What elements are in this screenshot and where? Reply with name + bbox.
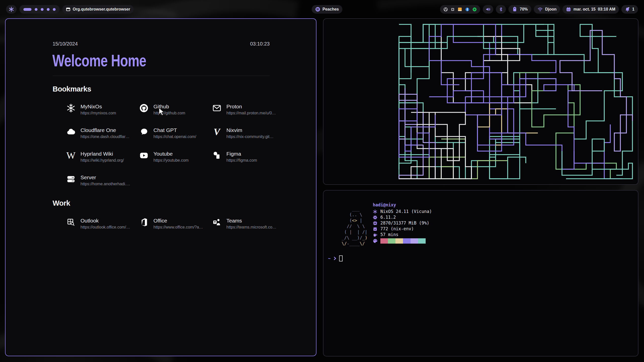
battery-percent: 70% bbox=[520, 7, 528, 12]
notifications-count: 1 bbox=[632, 7, 634, 12]
clock-pill[interactable]: mar. oct. 15 03:10 AM bbox=[562, 5, 619, 14]
network-pill[interactable]: Djoon bbox=[534, 5, 560, 14]
palette-swatch-5 bbox=[411, 238, 418, 244]
letter-w-icon: W bbox=[66, 150, 76, 160]
bookmark-name: Outlook bbox=[80, 218, 130, 224]
desktop: Org.qutebrowser.qutebrowser Peaches bbox=[0, 0, 644, 362]
fetch-info: NixOS 24.11 (Vicuna) 6.11.2 bbox=[373, 209, 432, 238]
prompt-chevron-icon bbox=[333, 257, 336, 260]
pipes-screensaver bbox=[324, 19, 638, 184]
bookmark-youtube[interactable]: Youtube https://youtube.com bbox=[139, 150, 209, 166]
bookmark-name: Office bbox=[153, 218, 203, 224]
prompt-path: ~ bbox=[328, 256, 331, 261]
bluetooth-icon bbox=[499, 7, 503, 12]
window-icon bbox=[66, 7, 70, 12]
bookmark-url: https://mynixos.com bbox=[80, 111, 116, 115]
pipe-segment bbox=[494, 24, 632, 175]
packages-icon bbox=[373, 227, 377, 231]
pipe-segment bbox=[562, 139, 632, 179]
network-ssid: Djoon bbox=[545, 7, 556, 12]
bookmark-outlook[interactable]: Outlook https://outlook.office.com/… bbox=[66, 217, 136, 233]
obs-tray-icon[interactable] bbox=[444, 7, 448, 12]
workspace-4[interactable] bbox=[47, 8, 50, 11]
server-stack-icon bbox=[66, 174, 76, 184]
startpage-time: 03:10:23 bbox=[250, 41, 270, 47]
bookmark-url: https://figma.com bbox=[226, 158, 257, 163]
active-window-title-pill[interactable]: Org.qutebrowser.qutebrowser bbox=[62, 5, 134, 14]
palette-swatch-3 bbox=[395, 238, 403, 244]
bookmark-name: Nixvim bbox=[226, 127, 273, 133]
bookmark-name: Chat GPT bbox=[153, 127, 196, 133]
os-icon bbox=[373, 209, 377, 214]
bluetooth-pill[interactable] bbox=[496, 5, 506, 14]
files-tray-icon[interactable] bbox=[458, 7, 462, 12]
media-player-pill[interactable]: Peaches bbox=[312, 5, 342, 14]
workspace-2[interactable] bbox=[35, 8, 37, 11]
clock-date: mar. oct. 15 bbox=[573, 7, 595, 12]
terminal-window: ___ (.. \ (<> | // \ \ ( | | /|_/\ __)/_… bbox=[323, 190, 638, 356]
palette-icon bbox=[373, 239, 378, 243]
terminal-color-palette bbox=[380, 238, 426, 244]
bookmark-name: MyNixOs bbox=[80, 104, 116, 110]
bookmark-name: Proton bbox=[226, 104, 276, 110]
memory-icon bbox=[373, 221, 377, 225]
pipe-segment bbox=[399, 24, 544, 79]
bookmark-url: https://nix-community.git… bbox=[226, 134, 273, 139]
workspace-1-active[interactable] bbox=[23, 8, 31, 11]
wifi-icon bbox=[537, 7, 543, 12]
fetch-uptime: 57 mins bbox=[380, 232, 398, 238]
bookmark-name: Youtube bbox=[153, 151, 189, 157]
bookmark-proton[interactable]: Proton https://mail.proton.me/u/0… bbox=[212, 103, 282, 119]
mouse-cursor bbox=[158, 108, 166, 116]
nixos-logo-icon bbox=[9, 7, 14, 12]
calendar-icon bbox=[566, 7, 571, 12]
bluetooth-tray-icon[interactable] bbox=[465, 7, 469, 12]
bookmarks-heading: Bookmarks bbox=[53, 85, 91, 93]
bookmark-mynixos[interactable]: MyNixOs https://mynixos.com bbox=[66, 103, 136, 119]
letter-v-icon: V bbox=[212, 127, 222, 137]
bookmark-url: https://wiki.hyprland.org/ bbox=[80, 158, 124, 163]
startpage-title: Welcome Home bbox=[52, 51, 146, 70]
system-tray bbox=[440, 5, 480, 14]
fetch-packages: 772 (nix-env) bbox=[380, 226, 414, 232]
bookmark-teams[interactable]: Teams https://teams.microsoft.co… bbox=[212, 217, 282, 233]
bookmark-office[interactable]: Office https://www.office.com/?a… bbox=[139, 217, 209, 233]
battery-pill[interactable]: 70% bbox=[508, 5, 531, 14]
teams-icon bbox=[212, 217, 222, 227]
bookmark-cloudflare-one[interactable]: Cloudflare One https://one.dash.cloudfla… bbox=[66, 127, 136, 142]
palette-swatch-4 bbox=[403, 238, 411, 244]
bookmark-hyprland-wiki[interactable]: W Hyprland Wiki https://wiki.hyprland.or… bbox=[66, 150, 136, 166]
bell-icon bbox=[625, 7, 630, 12]
pipe-segment bbox=[399, 109, 435, 157]
nix-snowflake-icon bbox=[66, 103, 76, 113]
bookmark-nixvim[interactable]: V Nixvim https://nix-community.git… bbox=[212, 127, 282, 142]
volume-pill[interactable] bbox=[483, 5, 493, 14]
uptime-icon bbox=[373, 233, 377, 237]
office-icon bbox=[139, 217, 149, 227]
bookmark-name: Hyprland Wiki bbox=[80, 151, 124, 157]
battery-icon bbox=[512, 7, 517, 12]
bookmark-figma[interactable]: Figma https://figma.com bbox=[212, 150, 282, 166]
clock-time: 03:10 AM bbox=[598, 7, 615, 12]
pipe-segment bbox=[441, 36, 532, 103]
chat-bubble-icon bbox=[139, 127, 149, 137]
bookmark-server[interactable]: Server https://home.anotherhadi.… bbox=[66, 174, 136, 190]
bookmark-name: Figma bbox=[226, 151, 257, 157]
bookmark-name: Cloudflare One bbox=[80, 127, 130, 133]
workspace-3[interactable] bbox=[41, 8, 44, 11]
fetch-os: NixOS 24.11 (Vicuna) bbox=[380, 209, 432, 214]
shell-prompt[interactable]: ~ bbox=[328, 255, 343, 261]
bookmark-chatgpt[interactable]: Chat GPT https://chat.openai.com/ bbox=[139, 127, 209, 142]
app-box-tray-icon[interactable] bbox=[451, 8, 455, 11]
spotify-tray-icon[interactable] bbox=[472, 7, 477, 12]
bookmark-github[interactable]: Github https://github.com bbox=[139, 103, 209, 119]
launcher-button[interactable] bbox=[6, 5, 17, 14]
bookmark-url: https://one.dash.cloudflar… bbox=[80, 134, 130, 139]
palette-swatch-1 bbox=[380, 238, 388, 244]
workspace-5[interactable] bbox=[53, 8, 56, 11]
fetch-kernel: 6.11.2 bbox=[380, 214, 396, 220]
notifications-pill[interactable]: 1 bbox=[621, 5, 638, 14]
pipe-segment bbox=[471, 73, 574, 169]
pipe-segment bbox=[399, 127, 453, 179]
bookmark-url: https://outlook.office.com/… bbox=[80, 225, 130, 230]
